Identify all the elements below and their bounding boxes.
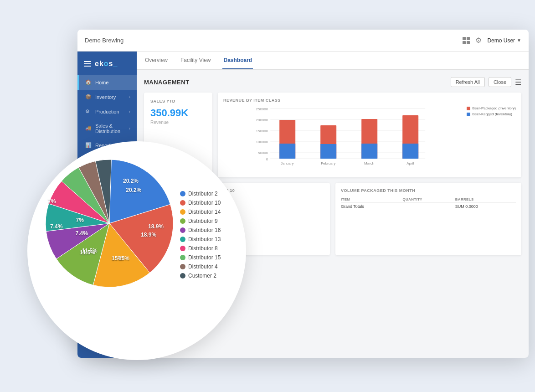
large-legend-item: Distributor 9 bbox=[180, 218, 221, 224]
sidebar-item-home[interactable]: 🏠 Home bbox=[77, 75, 137, 90]
bar-chart-svg: 250000 200000 150000 100000 50000 0 bbox=[223, 106, 463, 170]
sidebar-label-production: Production bbox=[95, 109, 119, 114]
topbar-icons: ⚙ Demo User ▼ bbox=[463, 36, 521, 45]
inventory-arrow: › bbox=[129, 95, 130, 99]
large-legend-container: Distributor 2Distributor 10Distributor 1… bbox=[180, 191, 221, 282]
svg-text:0: 0 bbox=[266, 157, 268, 161]
home-icon: 🏠 bbox=[85, 79, 92, 86]
tab-bar: Overview Facility View Dashboard bbox=[137, 52, 529, 70]
production-icon: ⚙ bbox=[85, 108, 92, 115]
pie-label-dist2: 20.2% bbox=[123, 178, 139, 184]
svg-rect-25 bbox=[361, 144, 377, 159]
svg-text:April: April bbox=[406, 161, 414, 165]
large-legend-item: Distributor 15 bbox=[180, 254, 221, 261]
volume-col-barrels: BARRELS bbox=[455, 196, 516, 203]
sidebar-item-inventory[interactable]: 📦 Inventory › bbox=[77, 90, 137, 104]
sales-arrow: › bbox=[129, 126, 130, 131]
large-legend-label: Distributor 8 bbox=[188, 245, 218, 252]
large-legend-label: Distributor 4 bbox=[188, 263, 218, 270]
legend-dot-kegged bbox=[467, 113, 470, 116]
large-legend-dot bbox=[180, 200, 185, 206]
hamburger-menu[interactable] bbox=[84, 61, 91, 67]
revenue-chart-card: REVENUE BY ITEM CLASS bbox=[218, 93, 521, 177]
volume-col-item: ITEM bbox=[341, 196, 402, 203]
large-legend-item: Distributor 8 bbox=[180, 245, 221, 252]
user-menu[interactable]: Demo User ▼ bbox=[487, 37, 521, 44]
sales-ytd-sub: Revenue bbox=[150, 120, 206, 125]
large-legend-label: Customer 2 bbox=[188, 273, 216, 279]
large-legend-label: Distributor 10 bbox=[188, 200, 221, 206]
large-legend-dot bbox=[180, 218, 185, 224]
large-legend-item: Distributor 10 bbox=[180, 200, 221, 206]
large-legend-label: Distributor 15 bbox=[188, 254, 221, 261]
large-legend-label: Distributor 16 bbox=[188, 227, 221, 233]
scene: 20.2%18.9%15%11.5%7.4%7% 20.2% 18.9% 15%… bbox=[0, 0, 535, 392]
sidebar-logo: ekos_ bbox=[77, 55, 137, 75]
legend-dot-packaged bbox=[467, 107, 470, 110]
volume-row-item: Grand Totals bbox=[341, 203, 402, 211]
svg-rect-22 bbox=[320, 144, 336, 159]
pie-label-dist9: 11.5% bbox=[80, 249, 95, 256]
large-legend-item: Distributor 4 bbox=[180, 263, 221, 270]
sidebar-item-production[interactable]: ⚙ Production › bbox=[77, 104, 137, 119]
settings-icon[interactable]: ⚙ bbox=[475, 36, 482, 45]
large-legend-dot bbox=[180, 191, 185, 196]
tab-facility[interactable]: Facility View bbox=[180, 52, 211, 69]
svg-rect-28 bbox=[402, 144, 418, 159]
large-legend-dot bbox=[180, 246, 185, 251]
large-legend-item: Distributor 13 bbox=[180, 236, 221, 242]
svg-text:250000: 250000 bbox=[256, 107, 268, 111]
large-legend-item: Distributor 2 bbox=[180, 191, 221, 197]
large-legend-dot bbox=[180, 264, 185, 269]
topbar: Demo Brewing ⚙ Demo User ▼ bbox=[77, 30, 529, 52]
legend-label-packaged: Beer-Packaged (Inventory) bbox=[472, 106, 516, 110]
revenue-chart-title: REVENUE BY ITEM CLASS bbox=[223, 98, 516, 103]
sidebar-item-sales[interactable]: 🚚 Sales & Distribution › bbox=[77, 119, 137, 138]
menu-icon[interactable]: ☰ bbox=[515, 78, 521, 87]
svg-rect-19 bbox=[279, 144, 295, 159]
svg-text:18.9%: 18.9% bbox=[141, 232, 156, 238]
pie-label-dist13: 7% bbox=[48, 198, 56, 205]
svg-text:February: February bbox=[321, 161, 335, 165]
svg-text:March: March bbox=[364, 161, 374, 165]
svg-text:150000: 150000 bbox=[256, 129, 268, 133]
volume-col-quantity: QUANTITY bbox=[402, 196, 455, 203]
volume-table: ITEM QUANTITY BARRELS Grand Totals bbox=[341, 196, 516, 210]
inventory-icon: 📦 bbox=[85, 94, 92, 100]
tab-overview[interactable]: Overview bbox=[144, 52, 169, 69]
large-legend-label: Distributor 2 bbox=[188, 191, 218, 197]
user-name: Demo User bbox=[487, 37, 515, 44]
sales-ytd-label: SALES YTD bbox=[150, 99, 206, 103]
svg-text:50000: 50000 bbox=[258, 151, 268, 155]
large-legend-label: Distributor 13 bbox=[188, 236, 221, 242]
svg-text:7.4%: 7.4% bbox=[75, 230, 88, 237]
sidebar-label-sales: Sales & Distribution bbox=[95, 123, 129, 134]
production-arrow: › bbox=[129, 109, 130, 114]
large-legend-label: Distributor 9 bbox=[188, 218, 218, 224]
grid-view-icon[interactable] bbox=[463, 37, 470, 44]
large-legend-dot bbox=[180, 255, 185, 260]
pie-label-dist14: 15% bbox=[118, 255, 129, 262]
volume-row-barrels: SUM 0.0000 bbox=[455, 203, 516, 211]
bar-chart-legend: Beer-Packaged (Inventory) Beer-Kegged (I… bbox=[467, 106, 516, 116]
svg-text:20.2%: 20.2% bbox=[126, 187, 141, 193]
tab-dashboard[interactable]: Dashboard bbox=[222, 52, 253, 69]
large-legend-dot bbox=[180, 209, 185, 215]
table-row: Grand Totals SUM 0.0000 bbox=[341, 203, 516, 211]
sidebar-label-home: Home bbox=[95, 80, 108, 85]
volume-card: VOLUME PACKAGED THIS MONTH ITEM QUANTITY… bbox=[335, 183, 521, 255]
large-legend-dot bbox=[180, 227, 185, 233]
management-header: MANAGEMENT Refresh All Close ☰ bbox=[144, 77, 521, 87]
legend-item-packaged: Beer-Packaged (Inventory) bbox=[467, 106, 516, 110]
sidebar-label-inventory: Inventory bbox=[95, 94, 116, 100]
pie-label-dist16: 7.4% bbox=[50, 223, 62, 230]
large-legend-dot bbox=[180, 237, 185, 242]
sales-icon: 🚚 bbox=[85, 125, 92, 132]
topbar-title: Demo Brewing bbox=[85, 37, 463, 44]
sales-ytd-value: 350.99K bbox=[150, 107, 206, 119]
reporting-icon: 📊 bbox=[85, 142, 92, 149]
refresh-all-button[interactable]: Refresh All bbox=[451, 77, 485, 87]
large-legend-label: Distributor 14 bbox=[188, 209, 221, 215]
volume-title: VOLUME PACKAGED THIS MONTH bbox=[341, 188, 516, 193]
close-button[interactable]: Close bbox=[489, 77, 511, 87]
